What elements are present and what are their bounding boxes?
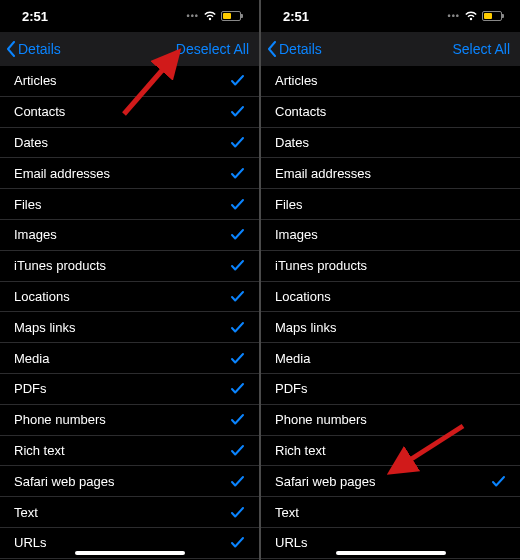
list-item[interactable]: Media bbox=[0, 343, 259, 374]
list-item[interactable]: Images bbox=[0, 220, 259, 251]
list-item[interactable]: Rich text bbox=[261, 436, 520, 467]
chevron-left-icon bbox=[267, 41, 277, 57]
list-item[interactable]: Articles bbox=[0, 66, 259, 97]
list-item-label: Files bbox=[275, 197, 302, 212]
list-item-label: Dates bbox=[14, 135, 48, 150]
battery-icon bbox=[482, 11, 502, 21]
list-item-label: URLs bbox=[275, 535, 308, 550]
checkmark-icon bbox=[230, 104, 245, 119]
checkmark-icon bbox=[230, 535, 245, 550]
back-button[interactable]: Details bbox=[267, 41, 322, 57]
list-item-label: Contacts bbox=[14, 104, 65, 119]
list-item-label: Locations bbox=[275, 289, 331, 304]
list-item-label: Phone numbers bbox=[14, 412, 106, 427]
wifi-icon bbox=[464, 11, 478, 21]
home-indicator[interactable] bbox=[336, 551, 446, 555]
list-item-label: Articles bbox=[14, 73, 57, 88]
cellular-icon: ••• bbox=[187, 11, 199, 21]
list-item[interactable]: Dates bbox=[261, 128, 520, 159]
checkmark-icon bbox=[230, 73, 245, 88]
list-item-label: Media bbox=[275, 351, 310, 366]
list-item[interactable]: Maps links bbox=[261, 312, 520, 343]
list-item[interactable]: Contacts bbox=[261, 97, 520, 128]
list-item-label: iTunes products bbox=[275, 258, 367, 273]
list-item[interactable]: Contacts bbox=[0, 97, 259, 128]
list-item-label: Safari web pages bbox=[275, 474, 375, 489]
list-item[interactable]: Email addresses bbox=[261, 158, 520, 189]
phone-right: 2:51 ••• Details Select All ArticlesCont… bbox=[261, 0, 520, 560]
back-label: Details bbox=[18, 41, 61, 57]
list-item-label: Rich text bbox=[14, 443, 65, 458]
list-item[interactable]: Locations bbox=[0, 282, 259, 313]
list-item[interactable]: Phone numbers bbox=[261, 405, 520, 436]
content-type-list: ArticlesContactsDatesEmail addressesFile… bbox=[0, 66, 259, 559]
list-item[interactable]: Files bbox=[0, 189, 259, 220]
back-button[interactable]: Details bbox=[6, 41, 61, 57]
list-item-label: Dates bbox=[275, 135, 309, 150]
list-item[interactable]: Phone numbers bbox=[0, 405, 259, 436]
phone-left: 2:51 ••• Details Deselect All ArticlesCo… bbox=[0, 0, 259, 560]
list-item-label: Locations bbox=[14, 289, 70, 304]
checkmark-icon bbox=[230, 443, 245, 458]
status-time: 2:51 bbox=[283, 9, 309, 24]
checkmark-icon bbox=[230, 227, 245, 242]
checkmark-icon bbox=[230, 381, 245, 396]
list-item[interactable]: Text bbox=[0, 497, 259, 528]
status-right: ••• bbox=[448, 11, 502, 21]
list-item[interactable]: iTunes products bbox=[261, 251, 520, 282]
list-item-label: Safari web pages bbox=[14, 474, 114, 489]
list-item-label: Maps links bbox=[14, 320, 75, 335]
list-item-label: Rich text bbox=[275, 443, 326, 458]
list-item[interactable]: Images bbox=[261, 220, 520, 251]
deselect-all-button[interactable]: Deselect All bbox=[176, 41, 249, 57]
list-item-label: Files bbox=[14, 197, 41, 212]
list-item-label: iTunes products bbox=[14, 258, 106, 273]
checkmark-icon bbox=[230, 351, 245, 366]
list-item[interactable]: iTunes products bbox=[0, 251, 259, 282]
list-item[interactable]: Safari web pages bbox=[261, 466, 520, 497]
list-item[interactable]: Rich text bbox=[0, 436, 259, 467]
list-item-label: Email addresses bbox=[14, 166, 110, 181]
checkmark-icon bbox=[230, 166, 245, 181]
list-item-label: Phone numbers bbox=[275, 412, 367, 427]
cellular-icon: ••• bbox=[448, 11, 460, 21]
list-item[interactable]: Maps links bbox=[0, 312, 259, 343]
list-item[interactable]: Email addresses bbox=[0, 158, 259, 189]
list-item[interactable]: Text bbox=[261, 497, 520, 528]
status-bar: 2:51 ••• bbox=[261, 0, 520, 32]
list-item[interactable]: PDFs bbox=[261, 374, 520, 405]
checkmark-icon bbox=[230, 289, 245, 304]
list-item-label: Media bbox=[14, 351, 49, 366]
list-item-label: Images bbox=[14, 227, 57, 242]
checkmark-icon bbox=[230, 412, 245, 427]
status-time: 2:51 bbox=[22, 9, 48, 24]
nav-bar: Details Deselect All bbox=[0, 32, 259, 66]
checkmark-icon bbox=[230, 135, 245, 150]
list-item-label: Text bbox=[275, 505, 299, 520]
chevron-left-icon bbox=[6, 41, 16, 57]
checkmark-icon bbox=[230, 258, 245, 273]
status-bar: 2:51 ••• bbox=[0, 0, 259, 32]
list-item-label: Articles bbox=[275, 73, 318, 88]
checkmark-icon bbox=[230, 505, 245, 520]
checkmark-icon bbox=[230, 474, 245, 489]
list-item[interactable]: Files bbox=[261, 189, 520, 220]
checkmark-icon bbox=[491, 474, 506, 489]
list-item[interactable]: Safari web pages bbox=[0, 466, 259, 497]
list-item-label: URLs bbox=[14, 535, 47, 550]
list-item-label: Contacts bbox=[275, 104, 326, 119]
list-item[interactable]: Media bbox=[261, 343, 520, 374]
list-item[interactable]: PDFs bbox=[0, 374, 259, 405]
wifi-icon bbox=[203, 11, 217, 21]
list-item[interactable]: Locations bbox=[261, 282, 520, 313]
content-type-list: ArticlesContactsDatesEmail addressesFile… bbox=[261, 66, 520, 559]
list-item-label: Images bbox=[275, 227, 318, 242]
home-indicator[interactable] bbox=[75, 551, 185, 555]
list-item-label: PDFs bbox=[14, 381, 47, 396]
checkmark-icon bbox=[230, 320, 245, 335]
list-item[interactable]: Articles bbox=[261, 66, 520, 97]
battery-icon bbox=[221, 11, 241, 21]
select-all-button[interactable]: Select All bbox=[452, 41, 510, 57]
list-item[interactable]: Dates bbox=[0, 128, 259, 159]
list-item-label: Email addresses bbox=[275, 166, 371, 181]
